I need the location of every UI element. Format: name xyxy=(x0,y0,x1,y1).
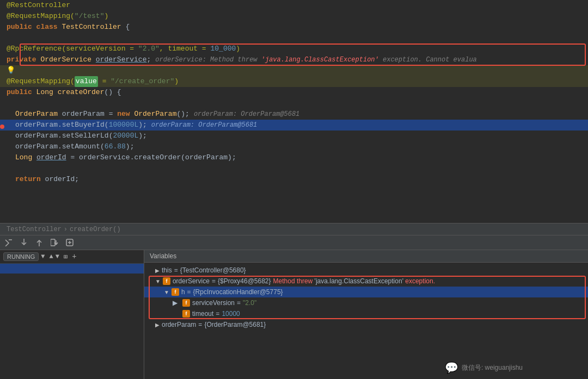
code-line-1: @RestController xyxy=(0,0,588,11)
prev-frame-button[interactable]: ▲ xyxy=(50,253,53,260)
watermark: 💬 微信号: weiguanjishu xyxy=(445,361,523,375)
code-line-9: public Long createOrder() { xyxy=(0,87,588,98)
step-over-icon[interactable] xyxy=(4,239,13,246)
field-icon-h: f xyxy=(171,288,179,296)
variables-panel: Variables ▶ this = {TestController@5680}… xyxy=(144,250,588,379)
var-row-orderservice[interactable]: ▼ f orderService = {$Proxy46@5682} Metho… xyxy=(144,276,588,287)
var-row-h[interactable]: ▼ f h = {RpcInvocationHandler@5775} xyxy=(144,287,588,297)
lightbulb-icon: 💡 xyxy=(7,65,15,76)
code-line-4 xyxy=(0,33,588,44)
var-row-this: ▶ this = {TestController@5680} xyxy=(144,265,588,276)
breadcrumb-method: createOrder() xyxy=(70,226,121,233)
evaluate-icon[interactable] xyxy=(65,239,74,246)
code-line-12: orderParam.setBuyerId(100000L); orderPar… xyxy=(0,120,588,131)
wechat-icon: 💬 xyxy=(445,361,458,375)
step-out-icon[interactable] xyxy=(35,239,44,246)
filter-icon[interactable]: ⊞ xyxy=(64,253,68,261)
code-line-8: @RequestMapping(value = "/create_order") xyxy=(0,76,588,87)
code-line-10 xyxy=(0,98,588,109)
code-line-2: @RequestMapping("/test") xyxy=(0,11,588,22)
code-editor: @RestController @RequestMapping("/test")… xyxy=(0,0,588,223)
code-line-5: @RpcReference(serviceVersion = "2.0", ti… xyxy=(0,44,588,54)
field-icon-orderservice: f xyxy=(163,277,170,285)
code-line-14: orderParam.setAmount(66.88); xyxy=(0,141,588,152)
frames-dropdown[interactable]: ▼ xyxy=(41,253,45,260)
debug-panel: RUNNING ▼ ▲ ▼ ⊞ + Variables ▶ this = {Te… xyxy=(0,250,588,379)
code-line-6: private OrderService orderService; order… xyxy=(0,54,588,65)
variables-content: ▶ this = {TestController@5680} ▼ f order… xyxy=(144,263,588,379)
svg-rect-3 xyxy=(51,239,55,246)
code-line-11: OrderParam orderParam = new OrderParam()… xyxy=(0,109,588,120)
frames-list xyxy=(0,264,144,379)
var-row-serviceversion[interactable]: ▶ f serviceVersion = "2.0" xyxy=(144,297,588,308)
variables-header: Variables xyxy=(144,250,588,263)
var-row-timeout[interactable]: f timeout = 10000 xyxy=(144,308,588,319)
field-icon-timeout: f xyxy=(182,310,190,318)
frames-controls: RUNNING ▼ ▲ ▼ ⊞ + xyxy=(0,250,144,264)
breadcrumb-class: TestController xyxy=(7,226,62,233)
debug-toolbar xyxy=(0,235,588,250)
step-into-icon[interactable] xyxy=(20,239,28,246)
running-badge: RUNNING xyxy=(3,252,39,261)
var-error-group: ▼ f orderService = {$Proxy46@5682} Metho… xyxy=(144,276,588,319)
field-icon-serviceversion: f xyxy=(182,299,190,307)
run-to-cursor-icon[interactable] xyxy=(50,239,59,246)
frame-item-active[interactable] xyxy=(0,264,144,274)
annotation-block: @RpcReference(serviceVersion = "2.0", ti… xyxy=(0,44,588,65)
code-line-15: Long orderId = orderService.createOrder(… xyxy=(0,152,588,163)
code-line-16 xyxy=(0,163,588,174)
next-frame-button[interactable]: ▼ xyxy=(56,253,59,260)
frames-panel: RUNNING ▼ ▲ ▼ ⊞ + xyxy=(0,250,144,379)
code-line-17: return orderId; xyxy=(0,174,588,185)
breakpoint-dot xyxy=(0,125,4,129)
code-line-13: orderParam.setSellerLd(20000L); xyxy=(0,131,588,141)
add-frame-button[interactable]: + xyxy=(72,252,76,261)
breadcrumb: TestController › createOrder() xyxy=(0,223,588,235)
var-row-orderparam[interactable]: ▶ orderParam = {OrderParam@5681} xyxy=(144,319,588,330)
code-line-7-lightbulb: 💡 xyxy=(0,65,588,76)
code-line-3: public class TestController { xyxy=(0,22,588,33)
watermark-text: 微信号: weiguanjishu xyxy=(462,363,523,372)
